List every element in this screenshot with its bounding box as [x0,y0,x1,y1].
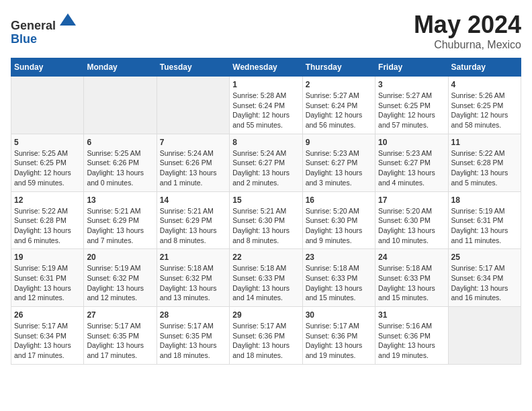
day-info-line: Sunrise: 5:18 AM [160,263,226,273]
day-info-line: Sunset: 6:30 PM [378,216,445,226]
calendar-cell: 4Sunrise: 5:26 AMSunset: 6:25 PMDaylight… [448,77,521,134]
day-info-line: Sunset: 6:28 PM [14,216,81,226]
calendar-cell: 29Sunrise: 5:17 AMSunset: 6:36 PMDayligh… [230,307,302,365]
day-info-line: Daylight: 13 hours [160,226,226,236]
calendar-cell: 12Sunrise: 5:22 AMSunset: 6:28 PMDayligh… [11,191,84,249]
calendar-cell: 27Sunrise: 5:17 AMSunset: 6:35 PMDayligh… [84,307,157,365]
day-info-line: and 14 minutes. [232,293,299,303]
calendar-cell: 13Sunrise: 5:21 AMSunset: 6:29 PMDayligh… [84,191,157,249]
day-info-line: and 7 minutes. [87,236,153,246]
day-info-line: Sunset: 6:24 PM [232,101,299,111]
day-number: 31 [378,310,445,320]
day-number: 22 [232,253,299,262]
day-info-line: and 11 minutes. [451,236,518,246]
calendar-cell [157,77,229,134]
day-number: 5 [14,138,81,147]
day-info-line: Sunset: 6:28 PM [451,158,518,168]
day-number: 28 [160,310,226,320]
day-info-line: Sunset: 6:32 PM [87,273,153,283]
calendar-cell [84,77,157,134]
day-info-line: Sunrise: 5:16 AM [378,321,445,331]
day-info-line: Sunset: 6:29 PM [87,216,153,226]
day-info-line: Sunset: 6:31 PM [451,216,518,226]
day-info-line: Sunset: 6:35 PM [87,331,153,341]
day-header: Thursday [302,58,375,77]
calendar-cell: 7Sunrise: 5:24 AMSunset: 6:26 PMDaylight… [157,134,229,191]
day-info-line: Daylight: 12 hours [232,110,299,120]
day-info-line: Daylight: 12 hours [14,168,81,178]
day-info-line: Daylight: 13 hours [87,226,153,236]
day-info-line: Sunrise: 5:23 AM [306,148,372,158]
day-info-line: Daylight: 13 hours [87,168,153,178]
day-number: 7 [160,138,226,147]
day-info-line: and 18 minutes. [160,351,226,361]
calendar-cell: 23Sunrise: 5:18 AMSunset: 6:33 PMDayligh… [302,249,375,307]
day-number: 29 [232,310,299,320]
day-number: 27 [87,310,153,320]
day-info-line: Daylight: 12 hours [306,110,372,120]
day-info-line: and 18 minutes. [232,351,299,361]
day-info-line: Sunset: 6:32 PM [160,273,226,283]
calendar-cell: 18Sunrise: 5:19 AMSunset: 6:31 PMDayligh… [448,191,521,249]
day-info-line: and 5 minutes. [451,178,518,188]
day-info-line: and 59 minutes. [14,178,81,188]
day-info-line: and 56 minutes. [306,120,372,130]
day-number: 26 [14,310,81,320]
day-info-line: and 19 minutes. [378,351,445,361]
day-info-line: Sunset: 6:24 PM [306,101,372,111]
day-info-line: and 17 minutes. [14,351,81,361]
day-info-line: Sunrise: 5:25 AM [87,148,153,158]
calendar-week-row: 5Sunrise: 5:25 AMSunset: 6:25 PMDaylight… [11,134,521,191]
logo: General Blue [11,11,77,46]
day-info-line: and 6 minutes. [14,236,81,246]
calendar-cell: 28Sunrise: 5:17 AMSunset: 6:35 PMDayligh… [157,307,229,365]
day-info-line: Sunrise: 5:19 AM [87,263,153,273]
day-info-line: Sunrise: 5:26 AM [451,91,518,101]
day-info-line: and 12 minutes. [14,293,81,303]
calendar-cell: 25Sunrise: 5:17 AMSunset: 6:34 PMDayligh… [448,249,521,307]
day-info-line: Sunrise: 5:27 AM [306,91,372,101]
day-info-line: Sunset: 6:26 PM [160,158,226,168]
day-info-line: Daylight: 13 hours [14,283,81,293]
day-info-line: and 10 minutes. [378,236,445,246]
day-info-line: and 1 minute. [160,178,226,188]
calendar-cell: 24Sunrise: 5:18 AMSunset: 6:33 PMDayligh… [375,249,448,307]
day-number: 14 [160,195,226,205]
title-block: May 2024 Chuburna, Mexico [414,11,521,51]
day-info-line: and 2 minutes. [232,178,299,188]
day-number: 19 [14,253,81,262]
day-info-line: Sunset: 6:35 PM [160,331,226,341]
day-info-line: Sunset: 6:25 PM [378,101,445,111]
day-info-line: Sunrise: 5:17 AM [160,321,226,331]
subtitle: Chuburna, Mexico [414,39,521,51]
calendar-cell: 19Sunrise: 5:19 AMSunset: 6:31 PMDayligh… [11,249,84,307]
calendar-cell: 9Sunrise: 5:23 AMSunset: 6:27 PMDaylight… [302,134,375,191]
day-number: 30 [306,310,372,320]
day-info-line: and 17 minutes. [87,351,153,361]
day-info-line: Daylight: 13 hours [87,340,153,351]
day-info-line: Daylight: 13 hours [306,226,372,236]
day-info-line: Sunrise: 5:19 AM [14,263,81,273]
day-info-line: Daylight: 13 hours [14,340,81,351]
day-info-line: Sunset: 6:33 PM [306,273,372,283]
day-number: 1 [232,80,299,89]
day-info-line: Daylight: 13 hours [306,168,372,178]
day-number: 9 [306,138,372,147]
day-info-line: Daylight: 13 hours [378,340,445,351]
day-info-line: Daylight: 13 hours [232,226,299,236]
day-info-line: Daylight: 12 hours [378,110,445,120]
day-info-line: and 19 minutes. [306,351,372,361]
day-info-line: Daylight: 13 hours [232,340,299,351]
day-info-line: Sunrise: 5:22 AM [451,148,518,158]
calendar-cell: 10Sunrise: 5:23 AMSunset: 6:27 PMDayligh… [375,134,448,191]
day-info-line: Sunrise: 5:22 AM [14,206,81,216]
day-info-line: Sunrise: 5:18 AM [232,263,299,273]
day-info-line: Sunset: 6:26 PM [87,158,153,168]
day-info-line: Sunset: 6:25 PM [451,101,518,111]
calendar-cell: 30Sunrise: 5:17 AMSunset: 6:36 PMDayligh… [302,307,375,365]
day-info-line: Sunset: 6:36 PM [378,331,445,341]
logo-blue: Blue [11,32,37,46]
calendar-cell: 15Sunrise: 5:21 AMSunset: 6:30 PMDayligh… [230,191,302,249]
day-info-line: Sunrise: 5:21 AM [232,206,299,216]
day-info-line: Sunset: 6:27 PM [378,158,445,168]
